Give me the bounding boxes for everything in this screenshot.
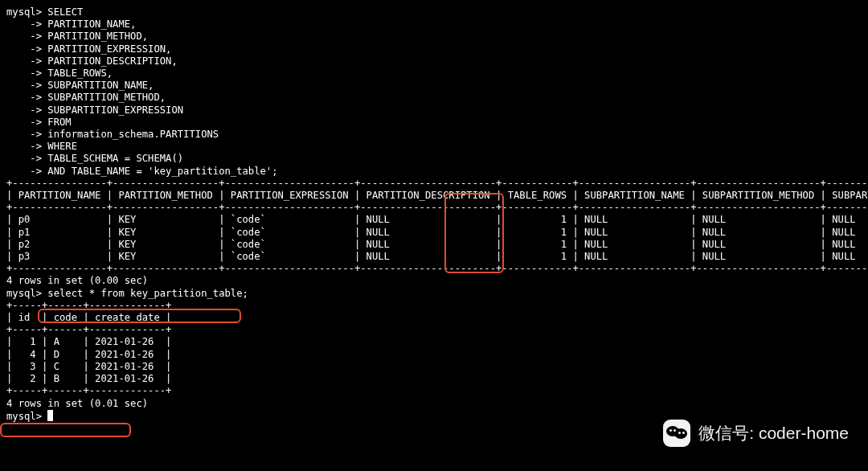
sql-cont-line: -> PARTITION_NAME, [6,18,862,31]
table-header-row: | id | code | create_date | [6,312,862,324]
table-header-row: | PARTITION_NAME | PARTITION_METHOD | PA… [6,190,862,202]
result-footer: 4 rows in set (0.01 sec) [6,398,862,410]
table-row: | p3 | KEY | `code` | NULL | 1 | NULL | … [6,251,862,263]
sql-cont-line: -> TABLE_ROWS, [6,68,862,80]
table-row: | p0 | KEY | `code` | NULL | 1 | NULL | … [6,214,862,226]
sql-cont-line: -> SUBPARTITION_EXPRESSION [6,104,862,117]
cursor [47,410,53,421]
watermark-label: 微信号: coder-home [698,427,849,439]
sql-cont-line: -> TABLE_SCHEMA = SCHEMA() [6,153,862,165]
terminal[interactable]: mysql> SELECT -> PARTITION_NAME, -> PART… [0,0,868,429]
sql-cont-line: -> SUBPARTITION_METHOD, [6,92,862,104]
watermark: 微信号: coder-home [663,420,849,447]
sql-cont-line: -> PARTITION_DESCRIPTION, [6,55,862,68]
result-footer: 4 rows in set (0.00 sec) [6,275,862,287]
sql-cont-line: -> PARTITION_EXPRESSION, [6,43,862,55]
sql-cont-line: -> SUBPARTITION_NAME, [6,80,862,92]
sql-cont-line: -> information_schema.PARTITIONS [6,129,862,141]
table-separator: +-----+------+-------------+ [6,385,862,397]
table-separator: +----------------+------------------+---… [6,202,862,214]
sql-cont-line: -> AND TABLE_NAME = 'key_partition_table… [6,166,862,178]
wechat-icon [663,420,690,447]
table-separator: +----------------+------------------+---… [6,178,862,190]
sql-cont-line: -> PARTITION_METHOD, [6,31,862,43]
table-separator: +----------------+------------------+---… [6,263,862,275]
sql-cont-line: -> FROM [6,117,862,129]
table-row: | 1 | A | 2021-01-26 | [6,336,862,348]
sql-cont-line: -> WHERE [6,141,862,153]
table-row: | p1 | KEY | `code` | NULL | 1 | NULL | … [6,227,862,239]
table-row: | p2 | KEY | `code` | NULL | 1 | NULL | … [6,239,862,251]
table-row: | 3 | C | 2021-01-26 | [6,361,862,373]
table-separator: +-----+------+-------------+ [6,300,862,312]
sql-prompt-line: mysql> SELECT [6,6,862,18]
table-row: | 4 | D | 2021-01-26 | [6,349,862,361]
table-row: | 2 | B | 2021-01-26 | [6,373,862,385]
sql-prompt-line: mysql> select * from key_partition_table… [6,288,862,300]
table-separator: +-----+------+-------------+ [6,324,862,336]
